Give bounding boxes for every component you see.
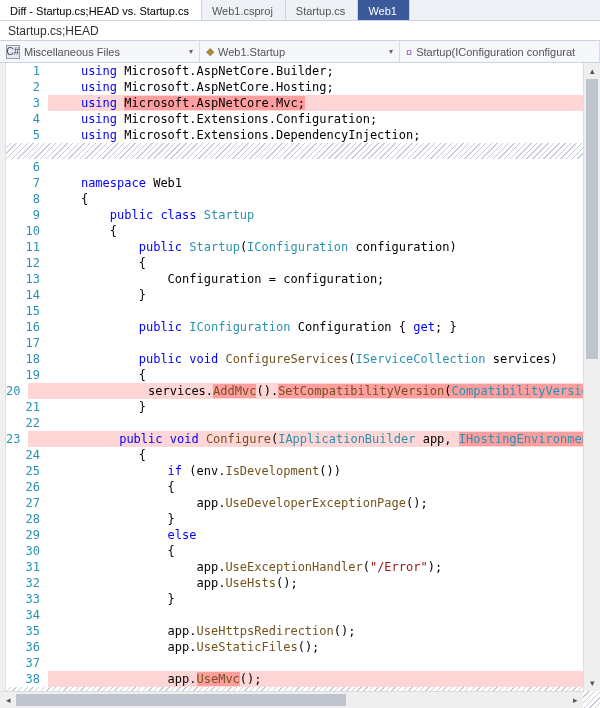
horizontal-scroll-thumb[interactable] [16, 694, 346, 706]
line-text[interactable]: } [48, 511, 600, 527]
line-text[interactable]: public void Configure(IApplicationBuilde… [28, 431, 600, 447]
line-text[interactable]: { [48, 479, 600, 495]
code-line[interactable]: 24 { [6, 447, 600, 463]
code-line[interactable]: 16 public IConfiguration Configuration {… [6, 319, 600, 335]
line-text[interactable]: } [48, 399, 600, 415]
code-line[interactable]: 34 [6, 607, 600, 623]
line-text[interactable]: { [48, 223, 600, 239]
tab-csproj[interactable]: Web1.csproj [202, 0, 286, 20]
code-line[interactable]: 37 [6, 655, 600, 671]
line-text[interactable]: { [48, 367, 600, 383]
member-dropdown[interactable]: ¤ Startup(IConfiguration configurat [400, 41, 600, 62]
code-line[interactable]: 8 { [6, 191, 600, 207]
line-text[interactable]: app.UseExceptionHandler("/Error"); [48, 559, 600, 575]
code-line[interactable]: 22 [6, 415, 600, 431]
code-line[interactable]: 3 using Microsoft.AspNetCore.Mvc; [6, 95, 600, 111]
code-line[interactable]: 35 app.UseHttpsRedirection(); [6, 623, 600, 639]
line-text[interactable]: } [48, 591, 600, 607]
line-text[interactable]: public IConfiguration Configuration { ge… [48, 319, 600, 335]
line-text[interactable]: { [48, 191, 600, 207]
line-text[interactable]: if (env.IsDevelopment()) [48, 463, 600, 479]
line-text[interactable]: services.AddMvc().SetCompatibilityVersio… [28, 383, 600, 399]
line-text[interactable]: app.UseMvc(); [48, 671, 600, 687]
line-text[interactable]: { [48, 543, 600, 559]
line-text[interactable] [48, 159, 600, 175]
vertical-scrollbar[interactable]: ▴ ▾ [583, 63, 600, 691]
line-text[interactable]: } [48, 287, 600, 303]
code-editor[interactable]: 1 using Microsoft.AspNetCore.Builder;2 u… [0, 63, 600, 708]
code-line[interactable]: 9 public class Startup [6, 207, 600, 223]
code-line[interactable]: 10 { [6, 223, 600, 239]
line-text[interactable]: using Microsoft.Extensions.Configuration… [48, 111, 600, 127]
line-text[interactable]: else [48, 527, 600, 543]
code-line[interactable]: 14 } [6, 287, 600, 303]
tab-diff[interactable]: Diff - Startup.cs;HEAD vs. Startup.cs [0, 0, 202, 20]
line-text[interactable]: using Microsoft.AspNetCore.Hosting; [48, 79, 600, 95]
line-text[interactable]: public void ConfigureServices(IServiceCo… [48, 351, 600, 367]
code-line[interactable]: 36 app.UseStaticFiles(); [6, 639, 600, 655]
line-text[interactable]: app.UseStaticFiles(); [48, 639, 600, 655]
code-line[interactable]: 23 public void Configure(IApplicationBui… [6, 431, 600, 447]
line-text[interactable] [48, 607, 600, 623]
code-line[interactable]: 2 using Microsoft.AspNetCore.Hosting; [6, 79, 600, 95]
line-text[interactable] [48, 335, 600, 351]
code-line[interactable]: 12 { [6, 255, 600, 271]
code-line[interactable]: 1 using Microsoft.AspNetCore.Builder; [6, 63, 600, 79]
scroll-down-icon[interactable]: ▾ [584, 675, 600, 691]
code-line[interactable]: 29 else [6, 527, 600, 543]
code-line[interactable]: 28 } [6, 511, 600, 527]
scope-dropdown[interactable]: C# Miscellaneous Files ▾ [0, 41, 200, 62]
line-text[interactable]: public class Startup [48, 207, 600, 223]
scroll-left-icon[interactable]: ◂ [0, 692, 16, 708]
code-line[interactable]: 7 namespace Web1 [6, 175, 600, 191]
class-dropdown[interactable]: ◆ Web1.Startup ▾ [200, 41, 400, 62]
code-line[interactable]: 30 { [6, 543, 600, 559]
code-line[interactable]: 32 app.UseHsts(); [6, 575, 600, 591]
code-line[interactable]: 18 public void ConfigureServices(IServic… [6, 351, 600, 367]
line-text[interactable]: public Startup(IConfiguration configurat… [48, 239, 600, 255]
line-number: 34 [6, 607, 48, 623]
line-text[interactable] [48, 655, 600, 671]
code-line[interactable]: 13 Configuration = configuration; [6, 271, 600, 287]
code-line[interactable]: 38 app.UseMvc(); [6, 671, 600, 687]
line-number: 20 [6, 383, 28, 399]
code-line[interactable]: 17 [6, 335, 600, 351]
code-line[interactable]: 5 using Microsoft.Extensions.DependencyI… [6, 127, 600, 143]
code-line[interactable]: 26 { [6, 479, 600, 495]
line-text[interactable]: app.UseDeveloperExceptionPage(); [48, 495, 600, 511]
line-text[interactable]: app.UseHttpsRedirection(); [48, 623, 600, 639]
line-text[interactable]: using Microsoft.AspNetCore.Builder; [48, 63, 600, 79]
code-line[interactable]: 25 if (env.IsDevelopment()) [6, 463, 600, 479]
line-number: 36 [6, 639, 48, 655]
code-line[interactable]: 15 [6, 303, 600, 319]
scroll-right-icon[interactable]: ▸ [567, 692, 583, 708]
line-text[interactable] [48, 303, 600, 319]
code-line[interactable]: 6 [6, 159, 600, 175]
tab-startup[interactable]: Startup.cs [286, 0, 359, 20]
vertical-scroll-thumb[interactable] [586, 79, 598, 359]
horizontal-scrollbar[interactable]: ◂ ▸ [0, 691, 583, 708]
code-line[interactable]: 4 using Microsoft.Extensions.Configurati… [6, 111, 600, 127]
line-text[interactable]: { [48, 255, 600, 271]
code-body[interactable]: 1 using Microsoft.AspNetCore.Builder;2 u… [6, 63, 600, 708]
line-text[interactable]: { [48, 447, 600, 463]
line-text[interactable]: namespace Web1 [48, 175, 600, 191]
tab-web1[interactable]: Web1 [358, 0, 410, 20]
chevron-down-icon: ▾ [389, 47, 393, 56]
line-number: 17 [6, 335, 48, 351]
line-number: 11 [6, 239, 48, 255]
code-line[interactable]: 31 app.UseExceptionHandler("/Error"); [6, 559, 600, 575]
line-number: 4 [6, 111, 48, 127]
code-line[interactable]: 11 public Startup(IConfiguration configu… [6, 239, 600, 255]
scroll-up-icon[interactable]: ▴ [584, 63, 600, 79]
line-text[interactable] [48, 415, 600, 431]
line-text[interactable]: using Microsoft.AspNetCore.Mvc; [48, 95, 600, 111]
line-text[interactable]: Configuration = configuration; [48, 271, 600, 287]
code-line[interactable]: 33 } [6, 591, 600, 607]
code-line[interactable]: 21 } [6, 399, 600, 415]
code-line[interactable]: 19 { [6, 367, 600, 383]
line-text[interactable]: using Microsoft.Extensions.DependencyInj… [48, 127, 600, 143]
line-text[interactable]: app.UseHsts(); [48, 575, 600, 591]
code-line[interactable]: 20 services.AddMvc().SetCompatibilityVer… [6, 383, 600, 399]
code-line[interactable]: 27 app.UseDeveloperExceptionPage(); [6, 495, 600, 511]
